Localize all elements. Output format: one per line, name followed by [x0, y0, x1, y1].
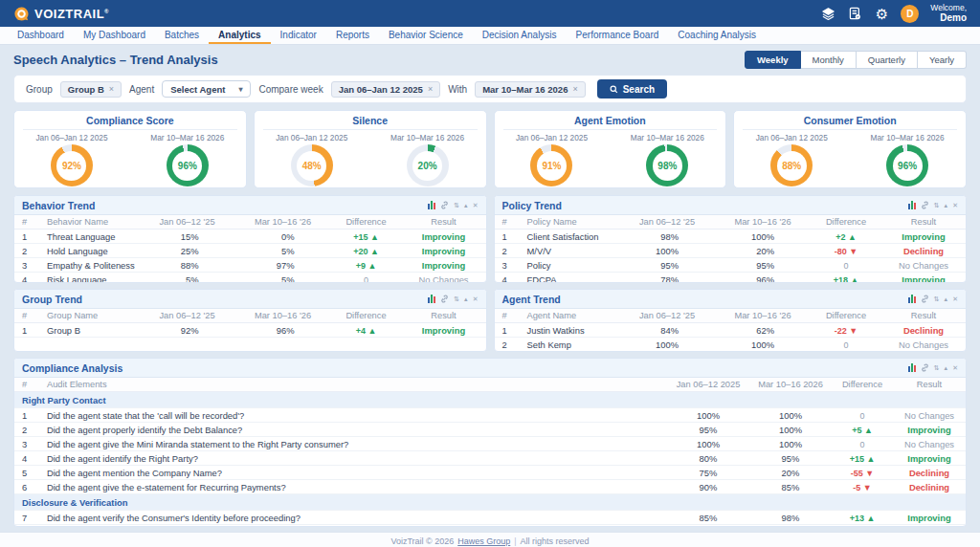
gauge-period-2-label: Mar 10–Mar 16 2026 [631, 133, 704, 142]
panel-collapse-icon[interactable]: ▴ [945, 364, 948, 371]
with-week-chip[interactable]: Mar 10–Mar 16 2026 × [475, 81, 586, 98]
period-1-value: 100% [667, 437, 749, 451]
layers-icon[interactable] [820, 6, 835, 21]
column-header-: # [14, 309, 39, 323]
difference-value: +4 ▲ [356, 326, 377, 336]
panel-sort-icon[interactable]: ⇅ [454, 202, 459, 208]
section-row-right-party-contact: Right Party Contact [14, 392, 966, 408]
panel-close-icon[interactable]: ✕ [473, 202, 479, 208]
panel-link-icon[interactable] [921, 363, 929, 372]
panel-link-icon[interactable] [921, 295, 929, 303]
with-chip-close-icon[interactable]: × [572, 84, 577, 94]
group-trend-title: Group Trend [22, 294, 82, 305]
gauge-card-compliance-score: Compliance ScoreJan 06–Jan 12 202592%Mar… [13, 110, 247, 188]
panel-chart-icon[interactable] [428, 201, 435, 209]
group-chip-close-icon[interactable]: × [109, 84, 114, 94]
gauge-period-2: Mar 10–Mar 16 202696% [150, 133, 224, 186]
nav-item-decision-analysis[interactable]: Decision Analysis [473, 27, 567, 44]
row-number: 2 [14, 423, 39, 437]
report-check-icon[interactable] [847, 6, 862, 21]
row-name: Group B [39, 323, 140, 338]
view-button-monthly[interactable]: Monthly [801, 51, 857, 69]
difference-value: +9 ▲ [356, 261, 377, 271]
panel-sort-icon[interactable]: ⇅ [934, 364, 940, 371]
period-2-value: 5% [235, 273, 331, 284]
nav-item-performance-board[interactable]: Performance Board [567, 27, 669, 44]
panels-row-2: Group Trend⇅▴✕#Group NameJan 06–12 '25Ma… [13, 289, 967, 352]
panel-close-icon[interactable]: ✕ [952, 364, 958, 371]
period-1-value: 88% [140, 258, 235, 273]
period-2-value: 85% [749, 480, 832, 494]
result-value: Declining [909, 468, 949, 478]
audit-question: Did the agent properly identify the Debt… [39, 423, 667, 437]
result-value: No Changes [904, 439, 954, 449]
panel-link-icon[interactable] [440, 201, 449, 209]
period-1-value: 15% [140, 230, 235, 244]
section-row-disclosure-verification: Disclosure & Verification [14, 494, 966, 511]
user-avatar[interactable]: D [901, 5, 919, 23]
difference-value: +18 ▲ [834, 275, 859, 284]
view-button-weekly[interactable]: Weekly [745, 51, 801, 69]
panel-collapse-icon[interactable]: ▴ [464, 202, 468, 208]
panel-close-icon[interactable]: ✕ [952, 295, 958, 302]
table-row: 6Did the agent give the e-statement for … [14, 480, 966, 494]
panel-close-icon[interactable]: ✕ [952, 202, 958, 208]
panel-collapse-icon[interactable]: ▴ [464, 295, 468, 302]
compare-week-chip[interactable]: Jan 06–Jan 12 2025 × [331, 81, 440, 98]
nav-item-my-dashboard[interactable]: My Dashboard [74, 27, 155, 44]
footer-hawes-group-link[interactable]: Hawes Group [457, 536, 510, 546]
gauge-period-2: Mar 10–Mar 16 202696% [871, 133, 945, 186]
agent-select[interactable]: Select Agent ▾ [162, 80, 251, 98]
period-1-value: 92% [140, 323, 235, 338]
panel-sort-icon[interactable]: ⇅ [934, 295, 940, 302]
column-header-mar-10-16-26: Mar 10–16 '26 [715, 215, 811, 230]
period-2-value: 98% [749, 511, 832, 525]
donut-chart-period-1: 88% [770, 144, 813, 186]
row-name: Hold Language [39, 244, 140, 258]
gauge-period-1: Jan 06–Jan 12 202591% [516, 133, 588, 186]
compare-week-label: Compare week [258, 84, 323, 95]
compliance-analysis-title: Compliance Analysis [22, 362, 122, 374]
nav-item-indicator[interactable]: Indicator [271, 27, 326, 44]
panel-chart-icon[interactable] [908, 295, 916, 303]
nav-item-reports[interactable]: Reports [326, 27, 379, 44]
table-row: 7Did the agent verify the Consumer's Ide… [14, 511, 966, 525]
row-number: 3 [495, 258, 520, 273]
difference-value: 0 [859, 411, 864, 421]
panel-sort-icon[interactable]: ⇅ [454, 295, 459, 302]
settings-gear-icon[interactable]: ⚙ [874, 6, 889, 21]
compare-chip-close-icon[interactable]: × [428, 84, 433, 94]
result-value: Improving [902, 231, 945, 242]
period-1-value: 95% [619, 258, 715, 273]
nav-item-batches[interactable]: Batches [155, 27, 209, 44]
period-1-value: 85% [667, 511, 749, 525]
result-value: Improving [902, 274, 945, 284]
panel-link-icon[interactable] [921, 201, 929, 209]
panel-chart-icon[interactable] [908, 363, 916, 372]
group-chip[interactable]: Group B × [60, 81, 122, 98]
search-button[interactable]: Search [597, 79, 667, 98]
brand-logo[interactable]: VOIZTRAIL® [13, 6, 109, 22]
row-number: 2 [495, 338, 520, 352]
gauge-period-1-label: Jan 06–Jan 12 2025 [516, 133, 588, 142]
panel-collapse-icon[interactable]: ▴ [945, 295, 948, 302]
nav-item-dashboard[interactable]: Dashboard [8, 27, 74, 44]
nav-item-coaching-analysis[interactable]: Coaching Analysis [668, 27, 766, 44]
audit-question: Did the agent identify the Right Party? [39, 451, 667, 466]
period-2-value: 97% [715, 352, 811, 353]
gauge-period-2-value: 20% [412, 151, 442, 181]
nav-item-analytics[interactable]: Analytics [209, 27, 270, 44]
difference-value: -22 ▼ [835, 326, 858, 336]
period-1-value: 100% [667, 408, 749, 423]
result-value: Improving [422, 325, 465, 336]
panel-collapse-icon[interactable]: ▴ [945, 202, 948, 208]
panel-chart-icon[interactable] [908, 201, 916, 209]
nav-item-behavior-science[interactable]: Behavior Science [379, 27, 473, 44]
panel-sort-icon[interactable]: ⇅ [934, 202, 940, 208]
table-row: 1Did the agent state that the 'call will… [14, 408, 966, 423]
view-button-quarterly[interactable]: Quarterly [857, 51, 918, 69]
view-button-yearly[interactable]: Yearly [918, 51, 967, 69]
panel-close-icon[interactable]: ✕ [473, 295, 479, 302]
panel-chart-icon[interactable] [428, 295, 435, 303]
panel-link-icon[interactable] [440, 295, 449, 303]
